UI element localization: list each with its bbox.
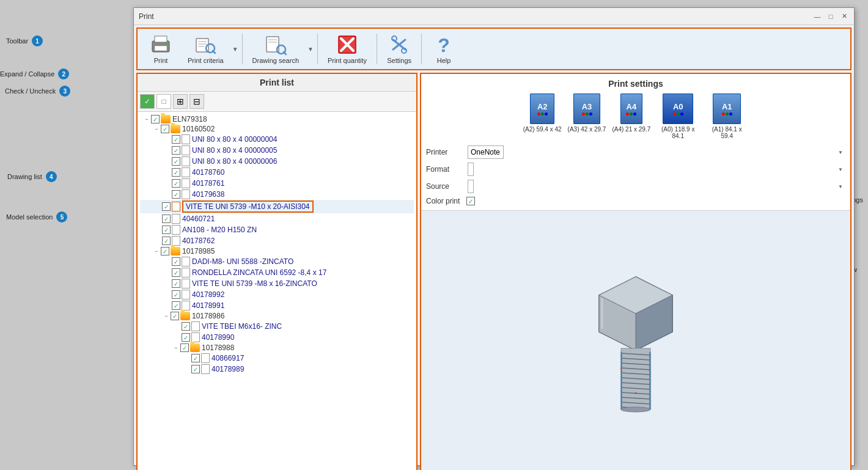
tree-item-40866917[interactable]: 40866917 xyxy=(140,353,414,364)
checkbox-10178985[interactable] xyxy=(161,247,169,255)
print-quantity-button[interactable]: Print quantity xyxy=(322,31,373,67)
tree-item-rondella[interactable]: RONDELLA ZINCATA UNI 6592 -8,4 x 17 xyxy=(140,267,414,278)
checkbox-uni2[interactable] xyxy=(172,146,180,155)
print-criteria-label: Print criteria xyxy=(188,57,224,64)
expand-icon-10178985[interactable]: − xyxy=(152,247,161,255)
printer-select[interactable]: OneNote xyxy=(468,145,504,159)
print-criteria-dropdown[interactable]: ▼ xyxy=(232,31,238,67)
paper-a3[interactable]: A3 (A3) 42 x 29.7 xyxy=(568,94,606,139)
paper-a4[interactable]: A4 (A4) 21 x 29.7 xyxy=(612,94,650,139)
paper-a2[interactable]: A2 (A2) 59.4 x 42 xyxy=(523,94,562,139)
paper-label-a4: (A4) 21 x 29.7 xyxy=(612,126,650,133)
tree-item-10178985[interactable]: − 10178985 xyxy=(140,246,414,256)
checkbox-40178991[interactable] xyxy=(172,301,180,310)
checkbox-40179638[interactable] xyxy=(172,190,180,199)
label-40178990: 40178990 xyxy=(202,333,234,342)
tree-item-dadi[interactable]: DADI-M8- UNI 5588 -ZINCATO xyxy=(140,256,414,267)
drawing-search-button[interactable]: Drawing search xyxy=(246,31,305,67)
settings-button[interactable]: Settings xyxy=(381,31,417,67)
tree-item-40178760[interactable]: 40178760 xyxy=(140,167,414,178)
tree-item-40178762[interactable]: 40178762 xyxy=(140,235,414,246)
tree-item-10178986[interactable]: − 10178986 xyxy=(140,311,414,321)
expand-icon-10178986[interactable]: − xyxy=(162,312,171,320)
checkbox-rondella[interactable] xyxy=(172,268,180,277)
tree-item-40179638[interactable]: 40179638 xyxy=(140,189,414,200)
checkbox-40178761[interactable] xyxy=(172,179,180,188)
checkbox-eln79318[interactable] xyxy=(151,115,160,123)
uncheck-all-button[interactable]: □ xyxy=(156,94,171,109)
doc-icon-an108 xyxy=(172,225,180,235)
checkbox-40866917[interactable] xyxy=(191,354,200,362)
help-label: Help xyxy=(437,57,451,64)
checkbox-uni1[interactable] xyxy=(172,135,180,144)
toolbar: Print Print criteria ▼ xyxy=(136,28,851,70)
paper-sizes: A2 (A2) 59.4 x 42 A3 xyxy=(426,94,845,139)
close-button[interactable]: ✕ xyxy=(839,12,849,21)
collapse-button[interactable]: ⊟ xyxy=(189,94,204,109)
label-40178989: 40178989 xyxy=(211,365,244,373)
tree-container[interactable]: − ELN79318 − 10160502 xyxy=(138,112,416,470)
tree-item-uni2[interactable]: UNI 80 x 80 x 4 00000005 xyxy=(140,145,414,156)
svg-point-42 xyxy=(620,368,622,370)
doc-icon-40179638 xyxy=(182,189,190,199)
annotation-label-expand: Expand / Collapse xyxy=(0,70,54,78)
label-40460721: 40460721 xyxy=(182,215,215,223)
checkbox-10178986[interactable] xyxy=(171,312,179,320)
color-print-checkbox[interactable] xyxy=(466,197,475,205)
expand-button[interactable]: ⊞ xyxy=(173,94,188,109)
check-all-button[interactable]: ✓ xyxy=(140,94,155,109)
paper-a0[interactable]: A0 (A0) 118.9 x 84.1 xyxy=(657,94,699,139)
checkbox-uni3[interactable] xyxy=(172,157,180,166)
checkbox-40178990[interactable] xyxy=(182,333,190,342)
tree-item-40178989[interactable]: 40178989 xyxy=(140,364,414,375)
checkbox-40178762[interactable] xyxy=(162,237,171,245)
tree-item-vite-m8[interactable]: VITE TE UNI 5739 -M8 x 16-ZINCATO xyxy=(140,278,414,289)
tree-item-uni1[interactable]: UNI 80 x 80 x 4 00000004 xyxy=(140,134,414,145)
print-button[interactable]: Print xyxy=(142,31,179,67)
tree-item-vite-tbei[interactable]: VITE TBEI M6x16- ZINC xyxy=(140,321,414,332)
expand-icon-eln79318[interactable]: − xyxy=(142,115,151,123)
tree-item-an108[interactable]: AN108 - M20 H150 ZN xyxy=(140,224,414,235)
tree-item-10178988[interactable]: − 10178988 xyxy=(140,343,414,353)
expand-icon-10178988[interactable]: − xyxy=(172,343,180,352)
tree-item-40460721[interactable]: 40460721 xyxy=(140,213,414,224)
tree-item-40178761[interactable]: 40178761 xyxy=(140,178,414,189)
tree-item-eln79318[interactable]: − ELN79318 xyxy=(140,114,414,124)
help-button[interactable]: ? Help xyxy=(425,31,462,67)
tree-item-uni3[interactable]: UNI 80 x 80 x 4 00000006 xyxy=(140,156,414,167)
checkbox-vite-te[interactable] xyxy=(162,202,171,211)
checkbox-dadi[interactable] xyxy=(172,257,180,266)
tree-item-40178990[interactable]: 40178990 xyxy=(140,332,414,343)
expand-icon-10160502[interactable]: − xyxy=(152,125,161,133)
checkbox-an108[interactable] xyxy=(162,226,171,234)
folder-icon-10178985 xyxy=(171,247,180,255)
tree-item-vite-te[interactable]: VITE TE UNI 5739 -M10 x 20-AISI304 xyxy=(140,200,414,213)
annotation-circle-2: 2 xyxy=(58,68,69,79)
checkbox-vite-m8[interactable] xyxy=(172,279,180,288)
svg-line-14 xyxy=(284,52,286,54)
tree-item-10160502[interactable]: − 10160502 xyxy=(140,124,414,134)
drawing-search-dropdown[interactable]: ▼ xyxy=(307,31,314,67)
checkbox-vite-tbei[interactable] xyxy=(182,322,190,331)
checkbox-40460721[interactable] xyxy=(162,215,171,223)
label-eln79318: ELN79318 xyxy=(172,115,207,123)
checkbox-40178989[interactable] xyxy=(191,365,200,373)
checkbox-40178992[interactable] xyxy=(172,290,180,299)
source-select[interactable] xyxy=(468,180,474,193)
checkbox-40178760[interactable] xyxy=(172,168,180,177)
paper-a1[interactable]: A1 (A1) 84.1 x 59.4 xyxy=(705,94,748,139)
maximize-button[interactable]: □ xyxy=(826,12,836,21)
svg-line-9 xyxy=(213,51,215,53)
tree-item-40178992[interactable]: 40178992 xyxy=(140,289,414,300)
doc-icon-uni1 xyxy=(182,134,190,144)
checkbox-10178988[interactable] xyxy=(180,343,189,352)
svg-rect-1 xyxy=(155,46,167,51)
print-criteria-button[interactable]: Print criteria xyxy=(182,31,230,67)
label-10178985: 10178985 xyxy=(182,247,215,255)
right-panel: Print settings A2 (A2) 59. xyxy=(420,73,851,470)
svg-point-44 xyxy=(635,392,637,394)
minimize-button[interactable]: — xyxy=(812,12,822,21)
format-select[interactable] xyxy=(468,163,474,176)
label-vite-tbei: VITE TBEI M6x16- ZINC xyxy=(202,322,282,331)
checkbox-10160502[interactable] xyxy=(161,125,169,133)
